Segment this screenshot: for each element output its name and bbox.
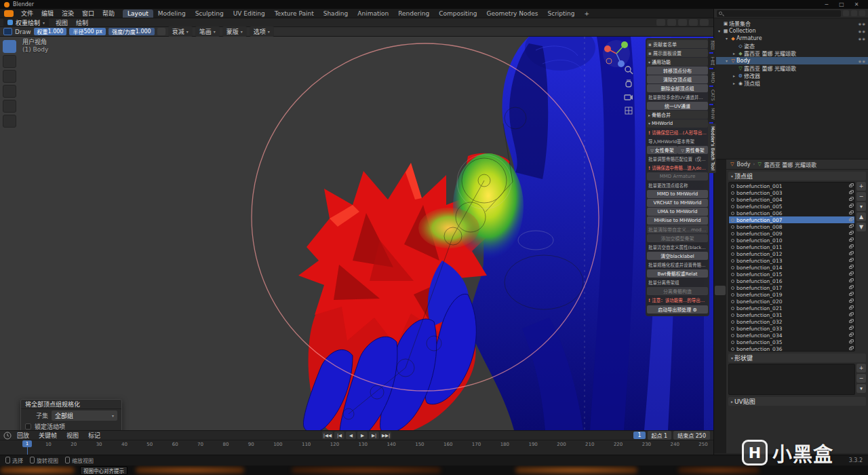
npanel-row[interactable]: VRCHAT to MHWorld [647, 199, 708, 207]
timeline-menu-item[interactable]: 标记 [84, 430, 104, 440]
lock-icon[interactable] [849, 280, 852, 282]
paint-tool-button[interactable] [3, 55, 16, 68]
vertex-group-row[interactable]: bonefunction_033 [729, 325, 854, 332]
npanel-tab[interactable]: MHW [708, 105, 716, 122]
workspace-tab[interactable]: Rendering [393, 10, 434, 18]
npanel-row[interactable]: 通用功能 [647, 58, 708, 66]
vertex-group-row[interactable]: bonefunction_012 [729, 250, 854, 257]
brush-slider[interactable]: 强度/力度1.000 [108, 28, 155, 35]
properties-tab[interactable] [715, 273, 726, 283]
npanel-tab[interactable]: MMD [708, 69, 716, 86]
viewport-menu-item[interactable]: 绘制 [72, 18, 92, 28]
brush-slider[interactable]: 权重1.000 [34, 28, 67, 35]
vertex-group-row[interactable]: bonefunction_001 [729, 183, 854, 189]
list-operator-button[interactable]: ▼ [856, 223, 866, 231]
npanel-row[interactable]: MMD Armature [647, 172, 708, 180]
transport-button[interactable]: |◀◀ [322, 432, 333, 439]
paint-tool-button[interactable] [3, 115, 16, 128]
npanel-tab[interactable]: CATS [708, 87, 716, 104]
mode-selector[interactable]: 权重绘制▾ [3, 18, 49, 28]
current-frame-field[interactable]: 1 [633, 432, 645, 439]
lock-icon[interactable] [849, 293, 852, 296]
npanel-row[interactable]: 批量清空自定义属性(blacklabel) [647, 243, 708, 251]
lock-active-checkbox[interactable] [25, 423, 31, 430]
ortho-grid-icon[interactable] [624, 106, 633, 115]
list-operator-button[interactable]: − [856, 192, 866, 201]
properties-tab[interactable] [715, 249, 726, 259]
lock-icon[interactable] [849, 327, 852, 330]
npanel-row[interactable]: 女性骨架 [647, 146, 677, 154]
npanel-row[interactable]: MHRise to MHWorld [647, 216, 708, 225]
menu-item[interactable]: 帮助 [98, 8, 119, 18]
npanel-row[interactable]: 批量调整骨骼匹配位置（仅支持pose…） [647, 155, 708, 163]
zoom-icon[interactable] [624, 65, 633, 75]
npanel-tab[interactable]: 工具 [708, 54, 716, 68]
npanel-row[interactable]: Bwt骨骼权重Relat [647, 269, 708, 278]
vertex-group-row[interactable]: bonefunction_008 [729, 223, 854, 230]
workspace-tab[interactable]: Sculpting [191, 10, 229, 18]
lock-icon[interactable] [849, 266, 852, 269]
pressure-sensitivity-icon[interactable] [157, 28, 165, 35]
npanel-row[interactable]: 男性骨架 [677, 146, 708, 154]
list-operator-button[interactable]: ▲ [856, 212, 866, 221]
lock-icon[interactable] [849, 347, 852, 350]
npanel-row[interactable]: UMA to MHWorld [647, 208, 708, 216]
workspace-tab[interactable]: Geometry Nodes [482, 10, 543, 18]
transform-orientation-icon[interactable] [656, 19, 665, 26]
minimize-button[interactable]: ─ [819, 1, 834, 7]
workspace-tab[interactable]: Shading [319, 10, 353, 18]
lock-icon[interactable] [849, 252, 852, 255]
lock-icon[interactable] [849, 259, 852, 262]
npanel-row[interactable]: 批量分离骨架组 [647, 278, 708, 286]
uv-maps-panel-header[interactable]: UV贴图 [728, 397, 866, 406]
npanel-row[interactable]: 启动导出预处理 [647, 305, 708, 314]
vertex-group-row[interactable]: bonefunction_035 [729, 339, 854, 345]
transport-button[interactable]: ▶| [369, 432, 379, 439]
camera-view-icon[interactable] [624, 92, 633, 102]
vertex-group-row[interactable]: bonefunction_017 [729, 284, 854, 291]
npanel-row[interactable]: 注意：该功能需…的导出前处理! [647, 296, 708, 304]
npanel-row[interactable]: 导入MHWorld基本骨架 [647, 137, 708, 145]
list-operator-button[interactable]: ▾ [856, 202, 866, 211]
lock-icon[interactable] [849, 307, 852, 309]
lock-icon[interactable] [849, 320, 852, 323]
outliner-row[interactable]: 露西亚 蕾娜 光耀颂歌 [714, 64, 868, 72]
viewport-3d[interactable]: 用户视角 (1) Body 贡献者名单展示面板设置通用功能转移顶点分布清除空顶点… [0, 37, 713, 430]
timeline-menu-item[interactable]: 视图 [62, 430, 83, 440]
maximize-button[interactable]: □ [834, 1, 849, 7]
npanel-row[interactable]: 请确保选中骨骼…进入debug模式 [647, 164, 708, 172]
properties-tab[interactable] [715, 188, 726, 197]
timeline-ruler[interactable]: 0102030405060708090100110120130140150160… [0, 440, 713, 455]
paint-tool-button[interactable] [3, 100, 16, 113]
lock-icon[interactable] [849, 185, 852, 187]
workspace-tab[interactable]: Animation [353, 10, 393, 18]
menu-item[interactable]: 文件 [17, 8, 37, 18]
npanel-row[interactable]: 骨骼合并 [647, 111, 708, 119]
npanel-row[interactable]: 删除全部顶点组 [647, 84, 708, 92]
npanel-row[interactable]: 批量清除带自定义…mod分坐标规范 [647, 225, 708, 233]
paint-tool-button[interactable] [3, 40, 16, 53]
vertex-group-row[interactable]: bonefunction_036 [729, 345, 854, 352]
properties-tab[interactable] [715, 261, 726, 271]
workspace-tab[interactable]: Modeling [153, 10, 191, 18]
outliner-row[interactable]: 场景集合 [714, 20, 868, 27]
viewport-menu-item[interactable]: 视图 [52, 18, 72, 28]
proportional-edit-icon[interactable] [678, 19, 687, 26]
subset-dropdown[interactable]: 全部组▾ [52, 411, 117, 421]
timeline-menu-item[interactable]: 关键帧 [35, 430, 61, 440]
npanel-row[interactable]: 批量规格化权重并设置骨骼数为4 [647, 261, 708, 269]
npanel-tab[interactable]: Modder's Batch Tool [708, 124, 716, 173]
transport-button[interactable]: ▶▶| [380, 432, 391, 439]
lock-icon[interactable] [849, 286, 852, 289]
transport-button[interactable]: ◀ [346, 432, 356, 439]
vertex-group-row[interactable]: bonefunction_034 [729, 332, 854, 339]
outliner-search-input[interactable] [717, 10, 841, 17]
vertex-group-row[interactable]: bonefunction_011 [729, 244, 854, 250]
brush-slider[interactable]: 半径500 px [69, 28, 106, 35]
workspace-tab[interactable]: Scripting [542, 10, 579, 18]
brush-dropdown[interactable]: 衰减▾ [168, 26, 193, 37]
new-collection-icon[interactable] [859, 10, 865, 16]
vertex-group-row[interactable]: bonefunction_016 [729, 278, 854, 284]
outliner-row[interactable]: ▸ 露西亚 蕾娜 光耀颂歌 [714, 50, 868, 57]
display-mode-icon[interactable] [851, 10, 857, 16]
